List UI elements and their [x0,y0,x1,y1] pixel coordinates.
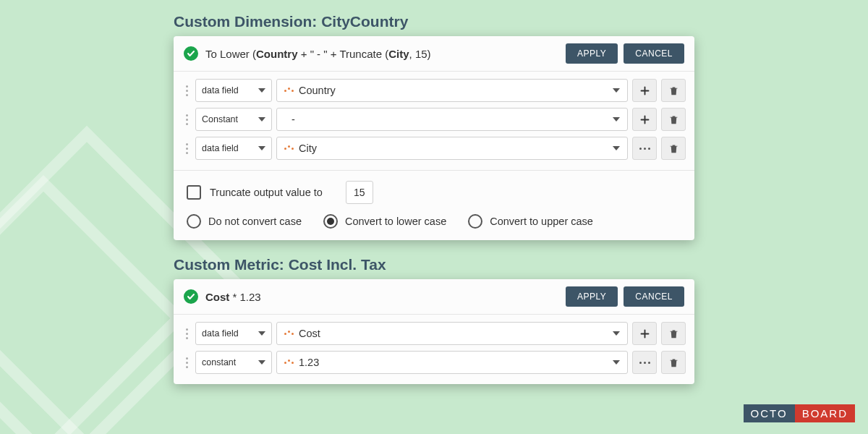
status-check-icon [184,46,198,61]
delete-row-button[interactable] [661,322,686,345]
add-row-button[interactable] [632,79,657,102]
type-select[interactable]: Constant [195,108,272,131]
dimension-rows: data field Country Cons [174,72,694,171]
drag-handle-icon[interactable] [182,137,191,159]
add-row-button[interactable] [632,108,657,131]
cancel-button[interactable]: CANCEL [624,43,684,64]
chevron-down-icon [613,117,620,122]
datafield-icon [284,362,294,364]
octoboard-logo: OCTO BOARD [744,404,855,422]
type-select[interactable]: data field [195,79,272,102]
datafield-icon [284,90,294,92]
drag-handle-icon[interactable] [182,80,191,101]
ellipsis-icon [639,148,650,150]
chevron-down-icon [613,331,620,336]
chevron-down-icon [258,360,265,365]
cancel-button[interactable]: CANCEL [624,286,684,307]
value-select[interactable]: Cost [276,322,628,345]
drag-handle-icon[interactable] [182,109,191,130]
datafield-icon [284,148,294,150]
dimension-card: To Lower (Country + " - " + Truncate (Ci… [174,36,694,240]
expression-row: data field City [182,137,686,160]
drag-handle-icon[interactable] [182,323,191,344]
radio-icon [187,214,201,229]
chevron-down-icon [258,88,265,93]
delete-row-button[interactable] [661,108,686,131]
datafield-icon [284,333,294,335]
metric-card-header: Cost * 1.23 APPLY CANCEL [174,279,694,315]
dimension-options: Truncate output value to Do not convert … [174,171,694,240]
ellipsis-icon [639,362,650,364]
chevron-down-icon [258,146,265,150]
radio-no-convert[interactable]: Do not convert case [187,214,302,229]
type-select[interactable]: data field [195,322,272,345]
drag-handle-icon[interactable] [182,352,191,373]
truncate-label: Truncate output value to [210,187,323,198]
value-select[interactable]: City [276,137,628,160]
chevron-down-icon [613,88,620,93]
delete-row-button[interactable] [661,351,686,374]
delete-row-button[interactable] [661,137,686,160]
truncate-checkbox[interactable] [187,185,201,200]
delete-row-button[interactable] [661,79,686,102]
radio-upper[interactable]: Convert to upper case [468,214,593,229]
metric-rows: data field Cost constan [174,315,694,384]
expression-row: Constant - [182,108,686,131]
apply-button[interactable]: APPLY [566,286,618,307]
apply-button[interactable]: APPLY [566,43,618,64]
chevron-down-icon [258,331,265,336]
dimension-card-header: To Lower (Country + " - " + Truncate (Ci… [174,36,694,72]
expression-row: constant 1.23 [182,351,686,374]
type-select[interactable]: data field [195,137,272,160]
add-row-button[interactable] [632,322,657,345]
chevron-down-icon [613,360,620,365]
radio-lower[interactable]: Convert to lower case [323,214,446,229]
chevron-down-icon [258,117,265,122]
metric-card: Cost * 1.23 APPLY CANCEL data field Cost [174,279,694,384]
status-check-icon [184,289,198,304]
more-options-button[interactable] [632,351,657,374]
radio-icon [468,214,482,229]
chevron-down-icon [613,146,620,150]
truncate-value-input[interactable] [346,181,373,204]
value-select[interactable]: 1.23 [276,351,628,374]
more-options-button[interactable] [632,137,657,160]
type-select[interactable]: constant [195,351,272,374]
custom-metric-title: Custom Metric: Cost Incl. Tax [174,256,694,273]
metric-expression: Cost * 1.23 [205,291,560,303]
expression-row: data field Cost [182,322,686,345]
custom-dimension-title: Custom Dimension: CityCountry [174,13,694,30]
dimension-expression: To Lower (Country + " - " + Truncate (Ci… [205,48,560,60]
expression-row: data field Country [182,79,686,102]
value-select[interactable]: - [276,108,628,131]
value-select[interactable]: Country [276,79,628,102]
radio-icon-selected [323,214,338,229]
